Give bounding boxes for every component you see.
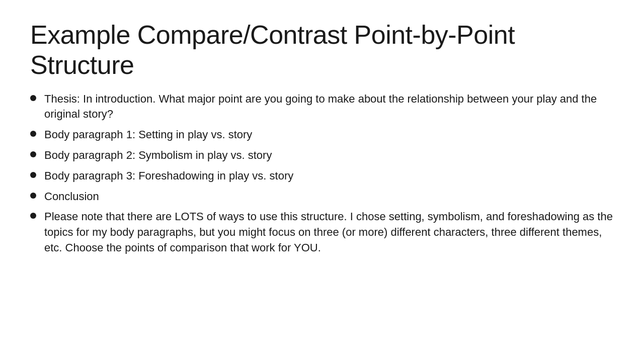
- bullet-item-body1: Body paragraph 1: Setting in play vs. st…: [30, 127, 614, 143]
- bullet-dot: [30, 151, 36, 157]
- bullet-text-body2: Body paragraph 2: Symbolism in play vs. …: [44, 148, 614, 163]
- bullet-dot: [30, 131, 36, 137]
- bullet-text-note: Please note that there are LOTS of ways …: [44, 209, 614, 255]
- bullet-item-conclusion: Conclusion: [30, 189, 614, 205]
- bullet-dot: [30, 95, 36, 101]
- slide-container: Example Compare/Contrast Point-by-Point …: [0, 0, 644, 362]
- bullet-text-body1: Body paragraph 1: Setting in play vs. st…: [44, 127, 614, 143]
- bullet-dot: [30, 172, 36, 178]
- bullet-dot: [30, 213, 36, 219]
- bullet-list: Thesis: In introduction. What major poin…: [30, 92, 614, 261]
- bullet-dot: [30, 193, 36, 199]
- bullet-item-body2: Body paragraph 2: Symbolism in play vs. …: [30, 148, 614, 163]
- bullet-item-thesis: Thesis: In introduction. What major poin…: [30, 92, 614, 123]
- bullet-item-note: Please note that there are LOTS of ways …: [30, 209, 614, 255]
- bullet-text-body3: Body paragraph 3: Foreshadowing in play …: [44, 168, 614, 184]
- slide-title: Example Compare/Contrast Point-by-Point …: [30, 20, 614, 80]
- bullet-item-body3: Body paragraph 3: Foreshadowing in play …: [30, 168, 614, 184]
- bullet-text-conclusion: Conclusion: [44, 189, 614, 205]
- bullet-text-thesis: Thesis: In introduction. What major poin…: [44, 92, 614, 123]
